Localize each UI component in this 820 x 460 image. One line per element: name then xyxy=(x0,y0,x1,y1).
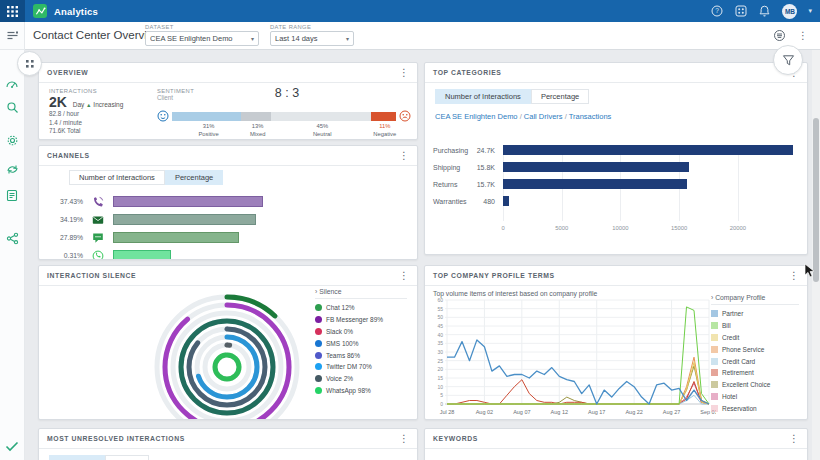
waffle-icon xyxy=(7,6,18,17)
vertical-scrollbar[interactable] xyxy=(812,50,820,460)
sms-icon xyxy=(315,340,322,347)
display-settings-icon[interactable] xyxy=(773,29,786,44)
keywords-kebab-menu[interactable]: ⋮ xyxy=(789,434,799,444)
sentiment-segment-neutral xyxy=(271,112,372,121)
legend-item-whatsapp-98-[interactable]: WhatsApp 98% xyxy=(315,385,407,397)
most-unresolved-kebab-menu[interactable]: ⋮ xyxy=(399,434,409,444)
sidebar-item-overview[interactable] xyxy=(5,76,20,91)
sidebar-item-share[interactable] xyxy=(5,231,20,246)
category-row-returns: Returns15.7K xyxy=(425,179,793,189)
smiley-positive-icon xyxy=(157,110,169,122)
daterange-select[interactable]: Last 14 days ▾ xyxy=(270,31,354,46)
page-kebab-menu[interactable]: ⋮ xyxy=(798,31,808,41)
category-row-shipping: Shipping15.8K xyxy=(425,162,793,172)
legend-item-credit[interactable]: Credit xyxy=(711,332,799,344)
channel-row: 34.19% xyxy=(39,214,256,225)
channels-kebab-menu[interactable]: ⋮ xyxy=(399,151,409,161)
sidebar-item-settings[interactable] xyxy=(5,133,20,148)
legend-item-slack-0-[interactable]: Slack 0% xyxy=(315,326,407,338)
legend-item-credit-card[interactable]: Credit Card xyxy=(711,355,799,367)
sentiment-segment-mixed xyxy=(241,112,270,121)
legend-item-fb-messenger-89-[interactable]: FB Messenger 89% xyxy=(315,314,407,326)
account-chevron-down-icon[interactable]: ▾ xyxy=(808,7,812,15)
legend-swatch xyxy=(711,322,718,329)
help-icon[interactable]: ? xyxy=(710,5,723,18)
sidebar-item-reports[interactable] xyxy=(5,188,20,203)
daterange-chevron-down-icon: ▾ xyxy=(346,35,349,42)
legend-item-bill[interactable]: Bill xyxy=(711,320,799,332)
category-bar-warranties[interactable] xyxy=(503,196,509,206)
interaction-silence-card-title: INTERACTION SILENCE xyxy=(47,272,136,279)
sidebar-check-icon[interactable] xyxy=(5,439,20,454)
sentiment-ratio: 8 : 3 xyxy=(275,86,299,100)
series-line-retirement xyxy=(447,380,709,404)
company-profile-terms-kebab-menu[interactable]: ⋮ xyxy=(789,271,799,281)
sidebar-item-search[interactable] xyxy=(5,100,20,115)
legend-item-hotel[interactable]: Hotel xyxy=(711,391,799,403)
analytics-logo-icon xyxy=(33,4,47,18)
legend-item-sms-100-[interactable]: SMS 100% xyxy=(315,337,407,349)
legend-item-excellent-choice[interactable]: Excellent Choice xyxy=(711,379,799,391)
legend-item-retirement[interactable]: Retirement xyxy=(711,367,799,379)
tab-categories[interactable]: Categories xyxy=(49,455,105,460)
channels-chart: Number of InteractionsPercentage 37.43%3… xyxy=(39,170,417,260)
legend-item-phone-service[interactable]: Phone Service xyxy=(711,343,799,355)
svg-text:40: 40 xyxy=(437,332,443,338)
channel-bar[interactable] xyxy=(113,250,171,260)
legend-item-chat-12-[interactable]: Chat 12% xyxy=(315,302,407,314)
top-categories-bar-chart: Purchasing24.7KShipping15.8KReturns15.7K… xyxy=(425,145,793,245)
svg-text:35: 35 xyxy=(437,340,443,346)
category-bar-purchasing[interactable] xyxy=(503,145,793,155)
top-categories-card-title: TOP CATEGORIES xyxy=(433,69,501,76)
tab-percentage[interactable]: Percentage xyxy=(531,89,589,104)
channel-bar[interactable] xyxy=(113,214,256,225)
avatar[interactable]: MB xyxy=(782,4,797,19)
funnel-icon xyxy=(782,54,795,67)
legend-item-reservation[interactable]: Reservation xyxy=(711,402,799,414)
svg-text:55: 55 xyxy=(437,306,443,312)
breadcrumb-link-call-drivers[interactable]: Call Drivers xyxy=(524,112,563,121)
terms-legend-header[interactable]: › Company Profile xyxy=(711,294,799,305)
expand-icon xyxy=(25,59,35,69)
channels-tabs: Number of InteractionsPercentage xyxy=(69,170,417,185)
sentiment-label-neutral: 45%Neutral xyxy=(313,123,332,138)
collapse-panel-button[interactable] xyxy=(17,51,42,76)
dataset-chevron-down-icon: ▾ xyxy=(251,35,254,42)
overview-kebab-menu[interactable]: ⋮ xyxy=(399,68,409,78)
sidebar-item-distribute[interactable] xyxy=(5,162,20,177)
legend-item-partner[interactable]: Partner xyxy=(711,308,799,320)
channel-bar[interactable] xyxy=(113,196,263,207)
legend-swatch xyxy=(711,369,718,376)
notifications-bell-icon[interactable] xyxy=(758,5,771,18)
category-bar-returns[interactable] xyxy=(503,179,687,189)
svg-text:0: 0 xyxy=(440,401,443,407)
category-bar-shipping[interactable] xyxy=(503,162,689,172)
legend-item-teams-86-[interactable]: Teams 86% xyxy=(315,349,407,361)
whatsapp-icon xyxy=(92,250,104,261)
svg-text:Jul 28: Jul 28 xyxy=(440,409,455,415)
tab-percentage[interactable]: Percentage xyxy=(165,170,223,185)
breadcrumb-link-cea-se-enlighten-demo[interactable]: CEA SE Enlighten Demo xyxy=(435,112,518,121)
whatsapp-icon xyxy=(315,387,322,394)
breadcrumb-link-transactions[interactable]: Transactions xyxy=(569,112,612,121)
app-launcher-button[interactable] xyxy=(0,0,25,22)
interaction-silence-card: INTERACTION SILENCE ⋮ › Silence Chat 12%… xyxy=(38,265,418,420)
filter-button[interactable] xyxy=(773,45,803,75)
page-header: Contact Center Overview DATASET CEA SE E… xyxy=(25,22,820,50)
legend-item-twitter-dm-70-[interactable]: Twitter DM 70% xyxy=(315,361,407,373)
channel-bar[interactable] xyxy=(113,232,239,243)
svg-text:5: 5 xyxy=(440,392,443,398)
tab-number-of-interactions[interactable]: Number of Interactions xyxy=(69,170,165,185)
sidebar-item-dashboards[interactable] xyxy=(5,28,20,43)
tab-agents[interactable]: Agents xyxy=(105,455,148,460)
scrollbar-thumb[interactable] xyxy=(813,118,819,282)
series-line-excellent-choice xyxy=(447,366,709,404)
overview-card-title: OVERVIEW xyxy=(47,69,88,76)
apps-grid-icon[interactable] xyxy=(734,5,747,18)
dashboard-content: OVERVIEW ⋮ INTERACTIONS 2K Day ▲ Increas… xyxy=(25,50,820,460)
silence-legend-header[interactable]: › Silence xyxy=(315,288,407,299)
tab-number-of-interactions[interactable]: Number of Interactions xyxy=(435,89,531,104)
interaction-silence-kebab-menu[interactable]: ⋮ xyxy=(399,271,409,281)
dataset-select[interactable]: CEA SE Enlighten Demo ▾ xyxy=(145,31,259,46)
legend-item-voice-2-[interactable]: Voice 2% xyxy=(315,373,407,385)
